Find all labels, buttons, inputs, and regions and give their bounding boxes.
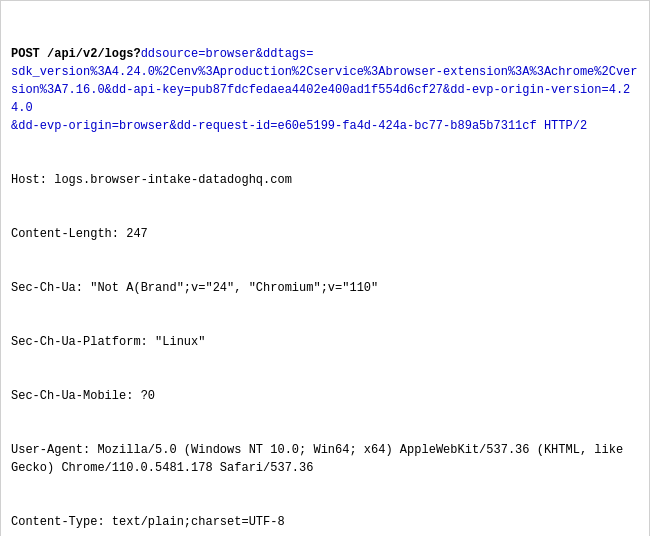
user-agent-key: User-Agent: [11, 443, 97, 457]
host-value: logs.browser-intake-datadoghq.com [54, 173, 292, 187]
http-request-viewer: POST /api/v2/logs?ddsource=browser&ddtag… [0, 0, 650, 536]
sec-ch-ua-mobile-key: Sec-Ch-Ua-Mobile: [11, 389, 141, 403]
request-line: POST /api/v2/logs?ddsource=browser&ddtag… [11, 45, 639, 135]
host-key: Host: [11, 173, 54, 187]
header-user-agent: User-Agent: Mozilla/5.0 (Windows NT 10.0… [11, 441, 639, 477]
header-sec-ch-ua-mobile: Sec-Ch-Ua-Mobile: ?0 [11, 387, 639, 405]
sec-ch-ua-key: Sec-Ch-Ua: [11, 281, 90, 295]
header-host: Host: logs.browser-intake-datadoghq.com [11, 171, 639, 189]
header-content-type: Content-Type: text/plain;charset=UTF-8 [11, 513, 639, 531]
sec-ch-ua-platform-value: "Linux" [155, 335, 205, 349]
header-sec-ch-ua-platform: Sec-Ch-Ua-Platform: "Linux" [11, 333, 639, 351]
content-type-key: Content-Type: [11, 515, 112, 529]
user-agent-value: Mozilla/5.0 (Windows NT 10.0; Win64; x64… [11, 443, 623, 475]
header-sec-ch-ua: Sec-Ch-Ua: "Not A(Brand";v="24", "Chromi… [11, 279, 639, 297]
content-length-value: 247 [126, 227, 148, 241]
sec-ch-ua-mobile-value: ?0 [141, 389, 155, 403]
sec-ch-ua-platform-key: Sec-Ch-Ua-Platform: [11, 335, 155, 349]
sec-ch-ua-value: "Not A(Brand";v="24", "Chromium";v="110" [90, 281, 378, 295]
content-length-key: Content-Length: [11, 227, 126, 241]
header-content-length: Content-Length: 247 [11, 225, 639, 243]
method: POST /api/v2/logs? [11, 47, 141, 61]
content-type-value: text/plain;charset=UTF-8 [112, 515, 285, 529]
